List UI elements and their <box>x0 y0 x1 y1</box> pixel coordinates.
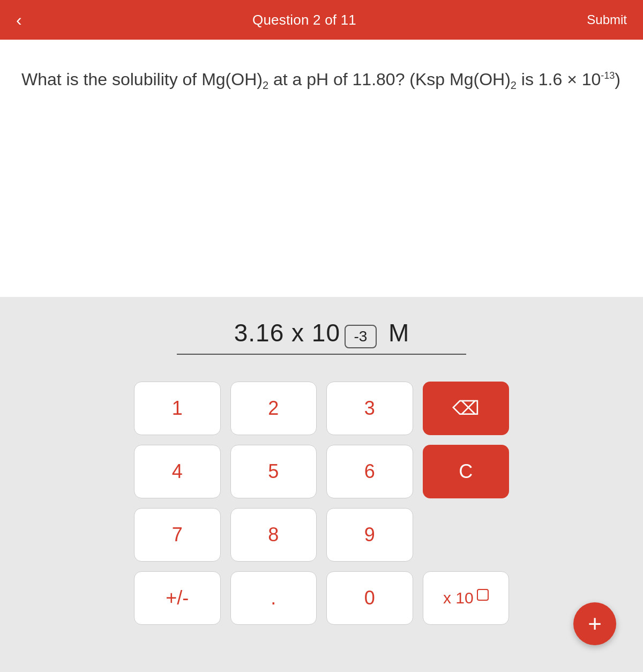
answer-exponent: -3 <box>345 325 377 348</box>
clear-button[interactable]: C <box>423 445 510 498</box>
answer-display: 3.16 x 10 -3 M <box>177 318 466 355</box>
key-5[interactable]: 5 <box>230 445 317 498</box>
key-6[interactable]: 6 <box>326 445 413 498</box>
key-2[interactable]: 2 <box>230 382 317 435</box>
key-0[interactable]: 0 <box>326 571 413 625</box>
plus-fab-button[interactable]: + <box>573 602 616 645</box>
submit-button[interactable]: Submit <box>587 12 627 27</box>
key-3[interactable]: 3 <box>326 382 413 435</box>
back-icon: ‹ <box>16 11 22 28</box>
answer-unit: M <box>388 318 409 347</box>
back-button[interactable]: ‹ <box>16 11 22 28</box>
backspace-icon: ⌫ <box>452 397 480 420</box>
key-9[interactable]: 9 <box>326 508 413 562</box>
backspace-button[interactable]: ⌫ <box>423 382 510 435</box>
exponent-placeholder-icon <box>477 589 489 601</box>
question-area: What is the solubility of Mg(OH)2 at a p… <box>0 40 643 297</box>
plus-icon: + <box>588 612 602 636</box>
x10-label: x 10 <box>443 589 474 607</box>
x10-button[interactable]: x 10 <box>423 571 510 625</box>
key-7[interactable]: 7 <box>134 508 221 562</box>
answer-mantissa: 3.16 x 10 <box>234 318 340 347</box>
keypad: 1 2 3 ⌫ 4 5 6 C 7 8 9 +/- . 0 x 10 <box>134 382 509 625</box>
question-text: What is the solubility of Mg(OH)2 at a p… <box>21 66 622 93</box>
key-dot[interactable]: . <box>230 571 317 625</box>
calculator-area: 3.16 x 10 -3 M 1 2 3 ⌫ 4 5 6 C 7 8 9 +/-… <box>0 297 643 672</box>
key-plus-minus[interactable]: +/- <box>134 571 221 625</box>
key-1[interactable]: 1 <box>134 382 221 435</box>
key-4[interactable]: 4 <box>134 445 221 498</box>
key-8[interactable]: 8 <box>230 508 317 562</box>
header: ‹ Question 2 of 11 Submit <box>0 0 643 40</box>
question-counter: Question 2 of 11 <box>252 12 356 28</box>
